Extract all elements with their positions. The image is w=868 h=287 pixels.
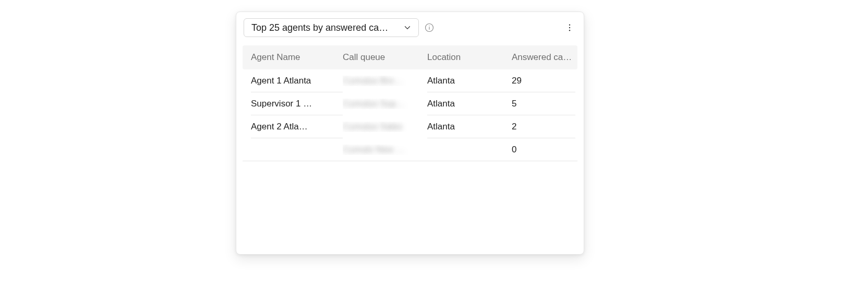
table-row: Agent 1 AtlantaCumulus Bro…Atlanta29 [243,69,577,92]
svg-point-3 [569,25,570,26]
svg-point-5 [569,30,570,31]
cell-agent-name: Supervisor 1 … [251,99,318,109]
agents-table: Agent Name Call queue Location Answered … [243,45,577,161]
cell-answered-calls: 5 [512,99,523,109]
view-selector-dropdown[interactable]: Top 25 agents by answered ca… [244,18,419,37]
cell-call-queue: Cumulus Bro… [343,76,409,86]
cell-location: Atlanta [427,122,461,132]
table-header-row: Agent Name Call queue Location Answered … [243,45,577,69]
table-row: Agent 2 Atla…Cumulus SalesAtlanta2 [243,115,577,138]
agents-widget-card: Top 25 agents by answered ca… Agent Name… [236,11,584,255]
cell-call-queue: Cumulus Sales [343,122,408,132]
cell-location: Atlanta [427,99,461,109]
view-selector-label: Top 25 agents by answered ca… [251,22,388,33]
table-row: Supervisor 1 …Cumulus Sup…Atlanta5 [243,92,577,115]
more-options-icon[interactable] [565,23,576,32]
svg-point-4 [569,27,570,28]
table-row: Cumulo New …0 [243,138,577,161]
card-header: Top 25 agents by answered ca… [243,18,577,37]
cell-location: Atlanta [427,76,461,86]
cell-call-queue: Cumulo New … [343,145,411,155]
col-agent-name: Agent Name [251,52,343,63]
col-answered-calls: Answered ca… [512,52,575,63]
chevron-down-icon [403,23,412,32]
cell-answered-calls: 0 [512,145,523,155]
col-call-queue: Call queue [343,52,427,63]
svg-point-2 [429,26,429,26]
col-location: Location [427,52,512,63]
cell-answered-calls: 29 [512,76,528,86]
cell-call-queue: Cumulus Sup… [343,99,411,109]
cell-agent-name: Agent 2 Atla… [251,122,314,132]
cell-agent-name: Agent 1 Atlanta [251,76,317,86]
info-icon[interactable] [424,22,435,33]
cell-answered-calls: 2 [512,122,523,132]
